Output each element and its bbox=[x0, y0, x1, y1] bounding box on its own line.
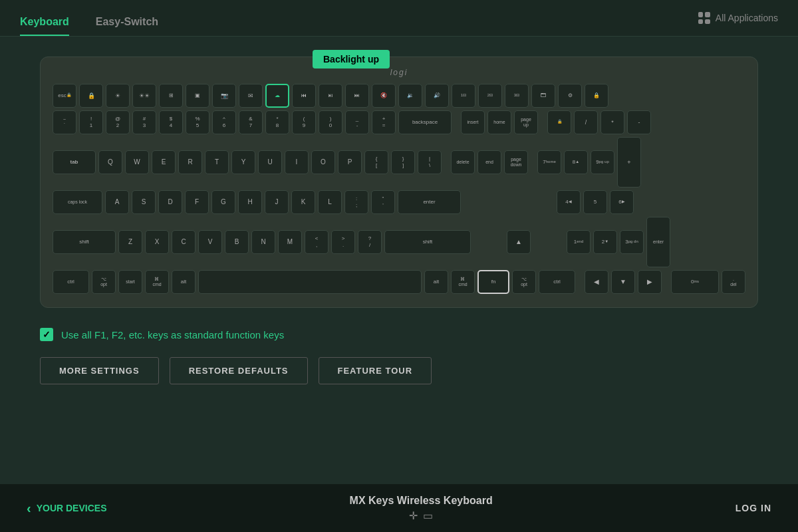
key-f9[interactable]: ⏮ bbox=[292, 84, 316, 108]
key-end[interactable]: end bbox=[477, 150, 501, 174]
key-f11[interactable]: ⏭ bbox=[345, 84, 369, 108]
key-n[interactable]: N bbox=[251, 230, 275, 254]
key-s[interactable]: S bbox=[132, 190, 156, 214]
key-backspace[interactable]: backspace bbox=[398, 110, 452, 134]
key-num6[interactable]: 6▶ bbox=[610, 190, 634, 214]
key-f10[interactable]: ⏯ bbox=[319, 84, 342, 108]
key-quote[interactable]: "' bbox=[371, 190, 395, 214]
key-num1[interactable]: 1end bbox=[567, 230, 591, 254]
key-7[interactable]: &7 bbox=[239, 110, 263, 134]
key-3[interactable]: #3 bbox=[132, 110, 156, 134]
key-num8[interactable]: 8▲ bbox=[564, 150, 588, 174]
key-num0[interactable]: 0ins bbox=[671, 270, 719, 294]
key-btn2[interactable]: 2⊟ bbox=[478, 84, 502, 108]
key-g[interactable]: G bbox=[211, 190, 235, 214]
key-num7[interactable]: 7home bbox=[537, 150, 561, 174]
restore-defaults-button[interactable]: RESTORE DEFAULTS bbox=[170, 357, 308, 384]
key-lbracket[interactable]: {[ bbox=[364, 150, 388, 174]
key-opt-left[interactable]: ⌥opt bbox=[92, 270, 116, 294]
key-slash[interactable]: ?/ bbox=[358, 230, 382, 254]
key-f12[interactable]: 🔇 bbox=[372, 84, 396, 108]
key-opt-right[interactable]: ⌥opt bbox=[512, 270, 536, 294]
key-alt-left[interactable]: alt bbox=[172, 270, 196, 294]
key-numdel[interactable]: .del bbox=[722, 270, 745, 294]
key-tab[interactable]: tab bbox=[53, 150, 96, 174]
key-pgup[interactable]: pageup bbox=[514, 110, 538, 134]
tab-keyboard[interactable]: Keyboard bbox=[20, 16, 69, 36]
key-numplus[interactable]: + bbox=[617, 137, 641, 188]
key-cmd-right[interactable]: ⌘cmd bbox=[451, 270, 475, 294]
key-r[interactable]: R bbox=[178, 150, 202, 174]
key-8[interactable]: *8 bbox=[265, 110, 289, 134]
key-j[interactable]: J bbox=[265, 190, 289, 214]
key-arrow-up[interactable]: ▲ bbox=[507, 230, 531, 254]
key-y[interactable]: Y bbox=[231, 150, 255, 174]
key-enter[interactable]: enter bbox=[398, 190, 461, 214]
key-numminus[interactable]: - bbox=[627, 110, 651, 134]
key-u[interactable]: U bbox=[258, 150, 282, 174]
key-comma[interactable]: <, bbox=[305, 230, 329, 254]
key-z[interactable]: Z bbox=[118, 230, 142, 254]
key-f1[interactable]: 🔒 bbox=[79, 84, 103, 108]
key-arrow-right[interactable]: ▶ bbox=[638, 270, 662, 294]
key-f4[interactable]: ⊞ bbox=[159, 84, 183, 108]
key-fn[interactable]: fn bbox=[477, 270, 509, 294]
key-capslock[interactable]: caps lock bbox=[53, 190, 102, 214]
key-c[interactable]: C bbox=[172, 230, 196, 254]
key-alt-right[interactable]: alt bbox=[424, 270, 448, 294]
key-f7[interactable]: ✉ bbox=[239, 84, 263, 108]
key-home[interactable]: home bbox=[487, 110, 511, 134]
more-settings-button[interactable]: MORE SETTINGS bbox=[40, 357, 159, 384]
key-start[interactable]: start bbox=[118, 270, 142, 294]
key-space[interactable] bbox=[198, 270, 422, 294]
key-m[interactable]: M bbox=[278, 230, 302, 254]
key-shift-right[interactable]: shift bbox=[384, 230, 471, 254]
key-num9[interactable]: 9pg up bbox=[591, 150, 614, 174]
key-semicolon[interactable]: :; bbox=[344, 190, 368, 214]
key-f5[interactable]: ▣ bbox=[186, 84, 209, 108]
key-btn1[interactable]: 1⊟ bbox=[452, 84, 475, 108]
key-vol-down[interactable]: 🔉 bbox=[398, 84, 422, 108]
key-f6[interactable]: 📷 bbox=[212, 84, 236, 108]
key-q[interactable]: Q bbox=[98, 150, 122, 174]
key-nummul[interactable]: * bbox=[600, 110, 624, 134]
key-arrow-down[interactable]: ▼ bbox=[611, 270, 635, 294]
key-numdiv[interactable]: / bbox=[574, 110, 598, 134]
key-num4[interactable]: 4◀ bbox=[557, 190, 581, 214]
key-2[interactable]: @2 bbox=[106, 110, 130, 134]
key-num2[interactable]: 2▼ bbox=[593, 230, 617, 254]
key-e[interactable]: E bbox=[152, 150, 176, 174]
key-period[interactable]: >. bbox=[331, 230, 355, 254]
key-numlock[interactable]: 🔒 bbox=[547, 110, 571, 134]
key-4[interactable]: $4 bbox=[159, 110, 183, 134]
key-ctrl-left[interactable]: ctrl bbox=[53, 270, 89, 294]
key-shift-left[interactable]: shift bbox=[53, 230, 116, 254]
your-devices-button[interactable]: ‹ YOUR DEVICES bbox=[27, 501, 106, 516]
key-vol-up[interactable]: 🔊 bbox=[425, 84, 449, 108]
key-ctrl-right[interactable]: ctrl bbox=[539, 270, 575, 294]
key-rbracket[interactable]: }] bbox=[391, 150, 415, 174]
key-delete[interactable]: delete bbox=[451, 150, 475, 174]
key-insert[interactable]: insert bbox=[461, 110, 485, 134]
key-h[interactable]: H bbox=[238, 190, 262, 214]
key-d[interactable]: D bbox=[158, 190, 182, 214]
key-esc[interactable]: esc🔒 bbox=[53, 84, 76, 108]
key-num3[interactable]: 3pg dn bbox=[620, 230, 644, 254]
feature-tour-button[interactable]: FEATURE TOUR bbox=[319, 357, 432, 384]
key-num5[interactable]: 5 bbox=[583, 190, 607, 214]
function-keys-checkbox[interactable]: ✓ bbox=[40, 328, 53, 341]
login-button[interactable]: LOG IN bbox=[735, 503, 771, 513]
key-k[interactable]: K bbox=[291, 190, 315, 214]
key-t[interactable]: T bbox=[205, 150, 229, 174]
key-f8[interactable]: ☁ bbox=[265, 84, 289, 108]
key-w[interactable]: W bbox=[125, 150, 149, 174]
key-pgdn[interactable]: pagedown bbox=[504, 150, 528, 174]
key-l[interactable]: L bbox=[318, 190, 342, 214]
key-screen[interactable]: 🗔 bbox=[531, 84, 555, 108]
key-x[interactable]: X bbox=[145, 230, 169, 254]
key-lock[interactable]: 🔒 bbox=[585, 84, 608, 108]
key-b[interactable]: B bbox=[225, 230, 249, 254]
key-9[interactable]: (9 bbox=[292, 110, 316, 134]
all-applications-button[interactable]: All Applications bbox=[698, 12, 778, 24]
key-o[interactable]: O bbox=[311, 150, 335, 174]
